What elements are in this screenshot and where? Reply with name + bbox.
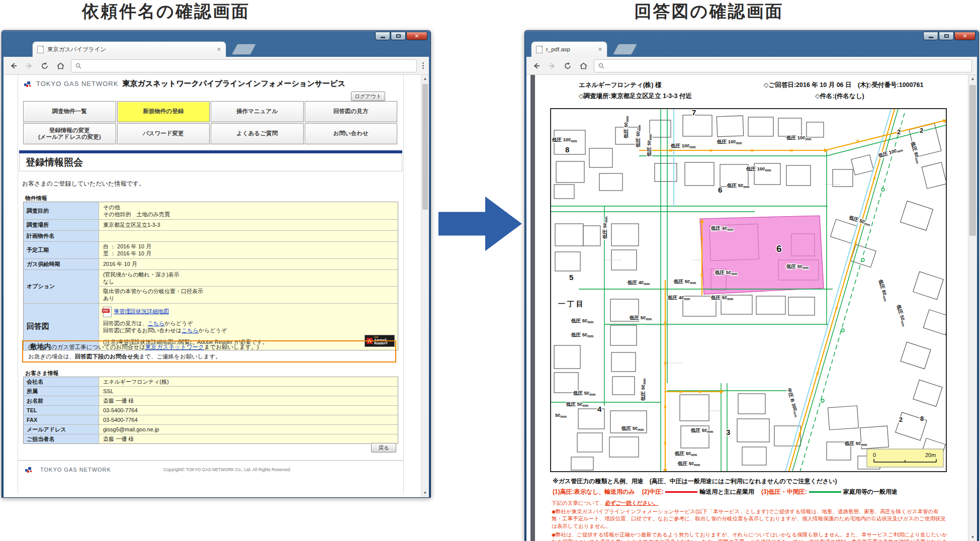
svg-text:×: × [816,371,819,377]
nav-how-to-read[interactable]: 回答図の見方 [305,101,398,122]
svg-text:低圧 100mm: 低圧 100mm [670,143,696,149]
svg-text:低圧 50mm: 低圧 50mm [571,332,593,338]
svg-text:×: × [751,147,754,153]
page-favicon-icon [536,46,543,53]
svg-text:低圧 50mm: 低圧 50mm [677,461,700,467]
doc-answer-date: ◇ご回答日:2016 年 10 月 06 日 (木) [764,81,868,89]
legend-title: ※ガス管圧力の種類と凡例、用途 (高圧、中圧は一般用途にはご利用になれませんので… [553,477,837,486]
browser-menu-icon[interactable] [422,62,424,69]
property-section-label: 物件情報 [25,195,47,202]
new-tab-button[interactable] [612,44,638,55]
svg-text:低圧 50mm: 低圧 50mm [690,427,713,433]
svg-text:2: 2 [899,416,903,423]
maximize-button[interactable] [939,32,954,40]
reload-icon[interactable] [563,61,573,71]
svg-text:低圧 50mm: 低圧 50mm [674,450,697,457]
vertical-scrollbar[interactable]: ▲ ▼ [968,75,977,541]
svg-text:低圧 50mm: 低圧 50mm [571,318,593,324]
tokyo-gas-network-link[interactable]: 東京ガスネットワーク [145,344,204,350]
nav-property-list[interactable]: 調査物件一覧 [23,101,116,122]
customer-section-label: お客さま情報 [25,370,59,377]
svg-text:2: 2 [897,128,901,136]
doc-receipt-number: ◇受付番号:1000761 [867,81,923,89]
search-icon [598,63,604,69]
nav-change-registration[interactable]: 登録情報の変更(メールアドレスの変更) [23,123,116,144]
svg-text:低圧 80mm: 低圧 80mm [877,279,889,302]
svg-text:低圧 40mm: 低圧 40mm [627,280,650,286]
table-row: お名前斎藤 一優 様 [24,396,398,406]
scroll-up-icon: ▲ [968,75,977,83]
page-title: 登録情報照会 [26,156,83,169]
legend-mid-swatch [665,491,697,493]
address-bar[interactable] [594,59,972,72]
home-icon[interactable] [55,61,65,71]
gas-pipeline-map: ×××××××××××××××××××低圧 100mm8低圧 50mm低圧 50… [550,108,947,472]
window-controls-left: ✕ [375,32,427,40]
address-bar[interactable] [71,59,417,72]
brand-text: TOKYO GAS NETWORK [36,80,118,87]
main-nav-grid: 調査物件一覧 新規物件の登録 操作マニュアル 回答図の見方 登録情報の変更(メー… [23,101,397,144]
svg-text:低圧 50mm: 低圧 50mm [602,217,608,239]
close-button[interactable]: ✕ [406,32,427,40]
doc-recipient: エネルギーフロンティ(株) 様 [579,81,661,89]
table-row: メールアドレスgissg5@mail.goo.ne.jp [24,425,398,434]
nav-contact[interactable]: お問い合わせ [305,123,398,144]
page-content-right: エネルギーフロンティ(株) 様 ◇ご回答日:2016 年 10 月 06 日 (… [526,75,977,541]
browser-tab[interactable]: r_pdf.asp ✕ [531,41,607,57]
svg-text:×: × [664,360,667,366]
back-icon[interactable] [531,61,542,71]
document-edge-shadow [530,75,535,541]
table-row: オプション (官民境からの離れ・深さ)表示なし 取出管の本管からの分岐位置・口径… [24,270,398,304]
home-icon[interactable] [578,61,588,71]
forward-icon[interactable] [24,61,34,71]
nav-new-registration[interactable]: 新規物件の登録 [117,101,210,122]
nav-change-password[interactable]: パスワード変更 [117,123,210,144]
table-row: 予定工期 自 ： 2016 年 10 月至 ： 2016 年 10 月 [24,242,398,259]
svg-text:×: × [798,431,801,437]
logout-button[interactable]: ログアウト [351,92,385,101]
new-tab-button[interactable] [231,44,256,55]
nav-manual[interactable]: 操作マニュアル [211,101,304,122]
screen-caption-left: 依頼件名の確認画面 [80,0,251,23]
search-icon [75,63,81,69]
inquiry-link[interactable]: こちら [182,327,199,333]
transition-arrow-icon [438,194,522,253]
svg-text:20m: 20m [925,452,936,458]
tab-close-icon[interactable]: ✕ [598,46,602,53]
svg-text:8: 8 [565,145,569,154]
svg-text:中圧 B 300mm: 中圧 B 300mm [786,388,800,418]
tokyo-gas-logo-icon [25,466,33,473]
browser-tab[interactable]: 東京ガスパイプライン ✕ [32,41,226,57]
forward-icon[interactable] [547,61,557,71]
table-row: FAX03-5400-7764 [24,415,398,425]
minimize-button[interactable] [375,32,390,40]
answer-map-pdf-link[interactable]: 導管埋設状況詳細地図 [114,308,169,314]
table-row: 調査目的 その他その他目的 土地のみ売買 [24,202,398,220]
svg-text:7: 7 [692,109,696,117]
vertical-scrollbar[interactable]: ▲ ▼ [421,75,429,497]
svg-text:低圧 50mm: 低圧 50mm [629,315,652,321]
svg-text:8: 8 [920,415,924,422]
svg-text:一 丁 目: 一 丁 目 [558,300,583,308]
svg-text:4: 4 [597,405,602,413]
svg-text:5: 5 [569,273,573,282]
reload-icon[interactable] [40,61,50,71]
table-row: 調査場所 東京都足立区足立1-3-3 [24,220,398,231]
nav-faq[interactable]: よくあるご質問 [211,123,304,144]
back-icon[interactable] [9,61,19,71]
svg-text:6: 6 [718,186,722,194]
how-to-view-link[interactable]: こちら [148,320,165,326]
svg-text:低圧 50mm: 低圧 50mm [640,379,646,401]
close-button[interactable]: ✕ [954,32,975,40]
tab-close-icon[interactable]: ✕ [217,46,221,53]
scroll-down-icon: ▼ [968,533,977,541]
svg-text:50mm: 50mm [555,412,567,418]
svg-text:×: × [790,147,793,153]
browser-window-left: ✕ 東京ガスパイプライン ✕ TOKYO GAS NETWORK 東 [2,30,431,498]
minimize-button[interactable] [923,32,938,40]
doc-subject: ◇件名:(件名なし) [815,92,864,101]
maximize-button[interactable] [391,32,406,40]
back-button[interactable]: 戻る [371,443,396,453]
table-row: ご担当者名斎藤 一優 様 [24,434,398,443]
doc-survey-location: ◇調査場所:東京都足立区足立 1-3-3 付近 [579,92,692,101]
